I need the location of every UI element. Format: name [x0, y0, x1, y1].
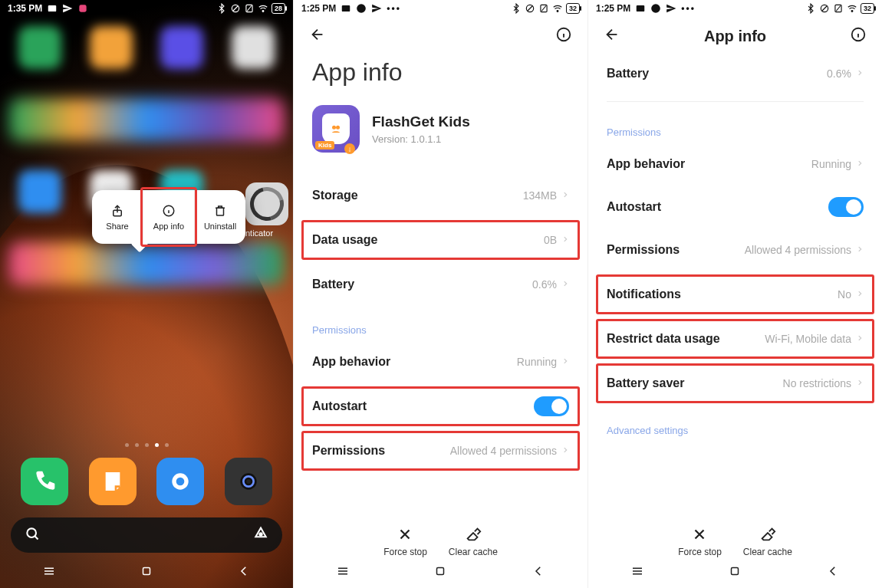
eraser-icon	[759, 526, 776, 545]
info-icon	[162, 204, 176, 219]
app-icon-blurred[interactable]	[232, 26, 275, 69]
info-button[interactable]	[555, 26, 572, 46]
row-value: Allowed 4 permissions	[450, 445, 557, 457]
popup-uninstall-button[interactable]: Uninstall	[195, 190, 245, 244]
page-title: App info	[294, 52, 587, 105]
page-indicator	[0, 440, 293, 453]
row-storage[interactable]: Storage 134MB	[294, 174, 587, 217]
dock-camera[interactable]	[225, 458, 272, 505]
popup-share-label: Share	[106, 222, 128, 231]
row-autostart[interactable]: Autostart	[300, 385, 581, 428]
row-app-behavior[interactable]: App behavior Running	[294, 340, 587, 383]
section-permissions: Permissions	[294, 306, 587, 340]
panel-appinfo-2: 1:25 PM ••• 32 App info Battery 0.6%	[588, 0, 882, 588]
svg-point-17	[357, 4, 367, 13]
row-value: 0B	[544, 234, 557, 246]
nav-home[interactable]	[140, 564, 153, 581]
app-bar	[294, 15, 587, 52]
search-bar[interactable]	[11, 517, 282, 553]
chevron-right-icon	[561, 234, 569, 247]
three-panel-tutorial: 1:35 PM 28	[0, 0, 882, 588]
row-permissions[interactable]: Permissions Allowed 4 permissions	[588, 228, 882, 271]
app-icon-blurred[interactable]	[90, 26, 133, 69]
row-battery[interactable]: Battery 0.6%	[588, 52, 882, 95]
svg-point-22	[332, 126, 336, 130]
dock-notes[interactable]	[89, 458, 137, 505]
panel-home: 1:35 PM 28	[0, 0, 294, 588]
nav-back[interactable]	[532, 564, 545, 581]
row-value: No	[838, 288, 851, 301]
row-battery[interactable]: Battery 0.6%	[294, 263, 587, 306]
android-nav	[588, 557, 882, 588]
svg-rect-0	[48, 5, 57, 11]
force-stop-button[interactable]: Force stop	[678, 526, 722, 557]
row-value: 0.6%	[827, 67, 851, 80]
dock-browser[interactable]	[156, 458, 204, 505]
app-icon-blurred[interactable]	[160, 26, 203, 69]
battery-indicator: 32	[566, 3, 580, 14]
authenticator-label: nticator	[245, 228, 273, 238]
nav-recents[interactable]	[336, 564, 350, 581]
chevron-right-icon	[561, 278, 569, 291]
clear-cache-button[interactable]: Clear cache	[743, 526, 792, 557]
mute-icon	[819, 3, 830, 14]
back-button[interactable]	[604, 26, 620, 46]
clear-cache-button[interactable]: Clear cache	[449, 526, 498, 557]
popup-share-button[interactable]: Share	[92, 190, 143, 244]
row-label: Data usage	[312, 233, 377, 247]
row-autostart[interactable]: Autostart	[588, 186, 882, 228]
mail-icon	[635, 3, 646, 14]
nav-recents[interactable]	[42, 564, 56, 581]
chevron-right-icon	[561, 356, 569, 369]
svg-point-23	[336, 126, 340, 130]
info-button[interactable]	[850, 26, 867, 46]
row-label: Battery	[607, 67, 649, 80]
app-icon-blurred[interactable]	[18, 26, 61, 69]
nav-back[interactable]	[826, 564, 840, 581]
nav-home[interactable]	[433, 564, 447, 581]
nav-recents[interactable]	[630, 564, 644, 581]
row-notifications[interactable]: Notifications No	[594, 273, 876, 316]
row-label: Permissions	[607, 243, 680, 257]
send-icon	[666, 3, 676, 14]
telegram-icon	[356, 3, 367, 14]
row-app-behavior[interactable]: App behavior Running	[588, 143, 882, 186]
svg-point-29	[851, 11, 853, 12]
authenticator-app[interactable]: nticator	[245, 182, 288, 238]
voice-icon[interactable]	[253, 526, 268, 544]
app-bar: App info	[588, 15, 882, 52]
dock	[0, 453, 293, 510]
row-autostart-highlight: Autostart	[300, 385, 581, 428]
send-icon	[62, 3, 73, 14]
svg-rect-31	[732, 568, 739, 575]
app-header: Kids ↓ FlashGet Kids Version: 1.0.1.1	[294, 105, 587, 174]
row-value: Running	[517, 356, 557, 368]
svg-point-20	[557, 11, 558, 12]
authenticator-icon	[245, 182, 288, 225]
app-icon-blurred[interactable]	[18, 170, 61, 213]
status-time: 1:25 PM	[596, 3, 630, 14]
divider	[607, 101, 864, 102]
nosim-icon	[538, 3, 549, 14]
row-data-usage[interactable]: Data usage 0B	[300, 218, 581, 261]
row-battery-saver[interactable]: Battery saver No restrictions	[594, 362, 876, 405]
back-button[interactable]	[309, 26, 326, 46]
nav-home[interactable]	[728, 564, 742, 581]
force-stop-button[interactable]: Force stop	[383, 526, 427, 557]
row-restrict-data[interactable]: Restrict data usage Wi-Fi, Mobile data	[594, 317, 876, 360]
page-title: App info	[620, 28, 850, 45]
dock-phone[interactable]	[21, 458, 68, 505]
row-value: Wi-Fi, Mobile data	[765, 333, 851, 345]
row-notifications-highlight: Notifications No	[594, 273, 876, 316]
status-bar: 1:25 PM ••• 32	[588, 0, 882, 15]
chevron-right-icon	[856, 288, 864, 301]
nav-back[interactable]	[237, 564, 251, 581]
autostart-toggle[interactable]	[828, 197, 864, 217]
trash-icon	[213, 204, 227, 219]
autostart-toggle[interactable]	[534, 396, 569, 416]
bluetooth-icon	[511, 3, 522, 14]
popup-appinfo-button[interactable]: App info	[143, 190, 195, 244]
chevron-right-icon	[561, 445, 569, 458]
row-permissions[interactable]: Permissions Allowed 4 permissions	[300, 429, 581, 472]
row-label: Permissions	[312, 444, 385, 458]
